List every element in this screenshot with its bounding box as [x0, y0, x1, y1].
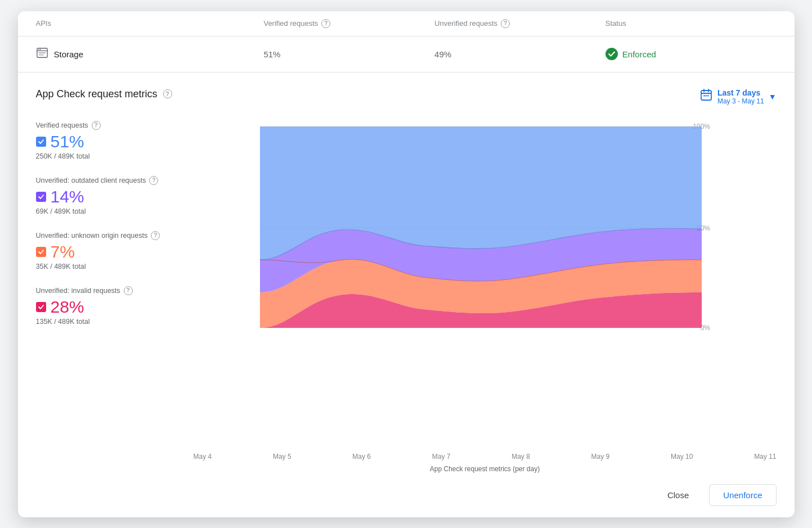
svg-rect-5 [38, 54, 43, 55]
legend-percent-row-invalid: 28% [36, 297, 182, 317]
legend-pct-outdated: 14% [51, 187, 84, 206]
footer: Close Unenforce [18, 473, 795, 517]
modal: APIs Verified requests ? Unverified requ… [18, 11, 795, 517]
metrics-content: Verified requests ? 51% 250K / 489K tota… [36, 121, 777, 473]
svg-point-2 [38, 49, 39, 50]
legend-item-unknown: Unverified: unknown origin requests ? 7%… [36, 231, 182, 270]
legend-percent-row-unknown: 7% [36, 242, 182, 261]
chart-x-labels: May 4 May 5 May 6 May 7 May 8 May 9 May … [194, 449, 777, 461]
legend: Verified requests ? 51% 250K / 489K tota… [36, 121, 182, 473]
verified-pct: 51% [263, 49, 434, 59]
x-label-7: May 11 [754, 453, 776, 461]
legend-pct-unknown: 7% [51, 242, 75, 261]
unverified-pct: 49% [434, 49, 605, 59]
status-check-icon [605, 48, 618, 60]
svg-rect-10 [703, 95, 705, 97]
metrics-help-icon[interactable]: ? [163, 89, 172, 98]
legend-item-invalid: Unverified: invalid requests ? 28% 135K … [36, 286, 182, 326]
date-range-selector[interactable]: Last 7 days May 3 - May 11 ▼ [699, 88, 777, 105]
table-header: APIs Verified requests ? Unverified requ… [18, 11, 795, 37]
svg-rect-12 [707, 95, 709, 97]
x-label-0: May 4 [194, 453, 212, 461]
legend-item-verified: Verified requests ? 51% 250K / 489K tota… [36, 121, 182, 160]
legend-total-outdated: 69K / 489K total [36, 207, 182, 215]
chart-svg: 100% 50% 0% [194, 121, 777, 335]
legend-item-outdated: Unverified: outdated client requests ? 1… [36, 176, 182, 215]
close-button[interactable]: Close [656, 485, 700, 506]
legend-total-unknown: 35K / 489K total [36, 263, 182, 270]
col-status: Status [605, 19, 777, 28]
verified-help-icon[interactable]: ? [321, 19, 330, 28]
unenforce-button[interactable]: Unenforce [709, 484, 776, 506]
metrics-section: App Check request metrics ? [18, 73, 795, 473]
legend-help-invalid[interactable]: ? [124, 286, 133, 295]
calendar-icon [699, 88, 713, 105]
legend-checkbox-unknown[interactable] [36, 247, 46, 257]
metrics-header: App Check request metrics ? [36, 88, 777, 105]
api-cell: Storage [36, 47, 264, 62]
unverified-help-icon[interactable]: ? [501, 19, 510, 28]
legend-help-verified[interactable]: ? [92, 121, 101, 130]
legend-label-invalid: Unverified: invalid requests ? [36, 286, 182, 295]
legend-checkbox-outdated[interactable] [36, 192, 46, 202]
x-label-6: May 10 [671, 453, 693, 461]
legend-pct-verified: 51% [51, 132, 84, 151]
legend-label-outdated: Unverified: outdated client requests ? [36, 176, 182, 185]
x-label-4: May 8 [512, 453, 530, 461]
chart-container: 100% 50% 0% [194, 121, 777, 473]
x-label-3: May 7 [432, 453, 451, 461]
chart-area: 100% 50% 0% [194, 121, 777, 449]
legend-pct-invalid: 28% [51, 297, 84, 317]
x-label-5: May 9 [591, 453, 610, 461]
legend-help-unknown[interactable]: ? [151, 231, 160, 240]
table-row: Storage 51% 49% Enforced [18, 37, 795, 73]
col-apis: APIs [36, 19, 264, 28]
svg-rect-4 [38, 52, 46, 53]
legend-checkbox-invalid[interactable] [36, 302, 46, 312]
storage-icon [36, 47, 48, 62]
legend-total-invalid: 135K / 489K total [36, 318, 182, 326]
legend-label-unknown: Unverified: unknown origin requests ? [36, 231, 182, 240]
chart-x-title: App Check request metrics (per day) [194, 465, 777, 473]
col-verified: Verified requests ? [263, 19, 434, 28]
col-unverified: Unverified requests ? [434, 19, 605, 28]
legend-label-verified: Verified requests ? [36, 121, 182, 130]
svg-rect-11 [705, 95, 707, 97]
date-range-text: Last 7 days May 3 - May 11 [717, 88, 764, 105]
dropdown-icon: ▼ [769, 92, 777, 101]
svg-text:0%: 0% [700, 324, 710, 332]
svg-point-3 [39, 49, 41, 50]
legend-checkbox-verified[interactable] [36, 137, 46, 147]
status-cell: Enforced [605, 48, 777, 60]
legend-percent-row-verified: 51% [36, 132, 182, 151]
status-text: Enforced [622, 49, 656, 59]
legend-total-verified: 250K / 489K total [36, 152, 182, 160]
x-label-1: May 5 [273, 453, 291, 461]
legend-percent-row-outdated: 14% [36, 187, 182, 206]
x-label-2: May 6 [352, 453, 371, 461]
metrics-title: App Check request metrics ? [36, 88, 172, 100]
legend-help-outdated[interactable]: ? [149, 176, 158, 185]
api-name: Storage [54, 49, 84, 59]
